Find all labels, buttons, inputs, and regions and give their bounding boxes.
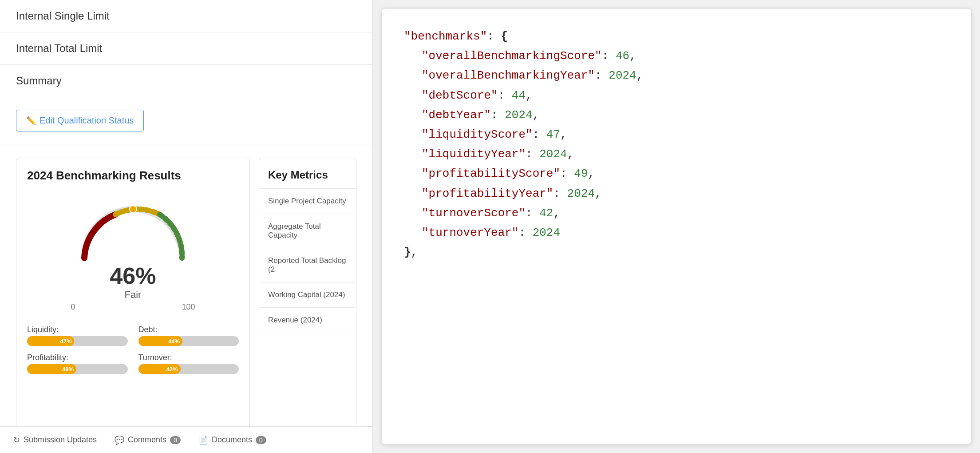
json-line-debt-score: "debtScore": 44, xyxy=(404,86,949,105)
comment-icon: 💬 xyxy=(115,435,124,445)
internal-total-limit-row: Internal Total Limit xyxy=(0,32,372,65)
json-line-liquidity-year: "liquidityYear": 2024, xyxy=(404,144,949,164)
key-metric-backlog[interactable]: Reported Total Backlog (2 xyxy=(259,248,356,282)
documents-item[interactable]: 📄 Documents 0 xyxy=(198,435,266,445)
metric-liquidity-name: Liquidity: xyxy=(27,325,128,334)
gauge-min: 0 xyxy=(71,302,75,312)
internal-total-limit-label: Internal Total Limit xyxy=(16,42,102,54)
json-key-profitability-score: "profitabilityScore" xyxy=(422,167,560,180)
metric-turnover-name: Turnover: xyxy=(138,353,239,362)
json-line-benchmarks-open: "benchmarks": { xyxy=(404,27,949,46)
gauge-max: 100 xyxy=(182,302,195,312)
key-metric-backlog-label: Reported Total Backlog (2 xyxy=(268,256,346,274)
metric-liquidity-bar: 47% xyxy=(27,336,128,346)
metric-debt-bar: 44% xyxy=(138,336,239,346)
bar-fill-profitability: 49% xyxy=(27,364,76,374)
key-metric-revenue-label: Revenue (2024) xyxy=(268,316,322,324)
json-line-profitability-score: "profitabilityScore": 49, xyxy=(404,164,949,183)
metric-turnover-bar: 42% xyxy=(138,364,239,374)
json-key-debt-score: "debtScore" xyxy=(422,89,498,102)
json-line-overall-year: "overallBenchmarkingYear": 2024, xyxy=(404,66,949,85)
json-key-debt-year: "debtYear" xyxy=(422,108,491,122)
json-key-liquidity-score: "liquidityScore" xyxy=(422,128,533,141)
json-line-turnover-score: "turnoverScore": 42, xyxy=(404,203,949,223)
json-key-turnover-score: "turnoverScore" xyxy=(422,207,526,220)
key-metric-single-project[interactable]: Single Project Capacity xyxy=(259,189,356,214)
bar-fill-liquidity: 47% xyxy=(27,336,74,346)
json-line-overall-score: "overallBenchmarkingScore": 46, xyxy=(404,46,949,66)
internal-single-limit-label: Internal Single Limit xyxy=(16,10,110,22)
edit-qualification-status-button[interactable]: ✏️ Edit Qualification Status xyxy=(16,110,144,131)
metric-profitability: Profitability: 49% xyxy=(27,353,128,374)
json-line-close: }, xyxy=(404,242,949,262)
key-metrics-title: Key Metrics xyxy=(259,169,356,189)
json-key-overall-year: "overallBenchmarkingYear" xyxy=(422,69,595,82)
benchmarking-card: 2024 Benchmarking Results 46% Fair xyxy=(16,158,250,440)
summary-row: Summary xyxy=(0,65,372,97)
svg-point-0 xyxy=(130,206,137,213)
json-line-liquidity-score: "liquidityScore": 47, xyxy=(404,125,949,144)
json-val-overall-year: 2024 xyxy=(609,69,636,82)
comments-label: Comments xyxy=(128,435,166,445)
key-metric-aggregate[interactable]: Aggregate Total Capacity xyxy=(259,214,356,248)
comments-item[interactable]: 💬 Comments 0 xyxy=(115,435,181,445)
json-line-turnover-year: "turnoverYear": 2024 xyxy=(404,223,949,242)
json-val-profitability-score: 49 xyxy=(574,167,588,180)
metric-debt-name: Debt: xyxy=(138,325,239,334)
json-key-overall-score: "overallBenchmarkingScore" xyxy=(422,49,602,63)
benchmarking-area: 2024 Benchmarking Results 46% Fair xyxy=(0,144,372,453)
metric-liquidity: Liquidity: 47% xyxy=(27,325,128,346)
edit-btn-label: Edit Qualification Status xyxy=(40,115,134,126)
document-icon: 📄 xyxy=(198,435,208,445)
key-metric-single-project-label: Single Project Capacity xyxy=(268,197,346,205)
key-metric-aggregate-label: Aggregate Total Capacity xyxy=(268,222,321,239)
key-metrics-card: Key Metrics Single Project Capacity Aggr… xyxy=(259,158,356,440)
comments-badge: 0 xyxy=(170,436,181,444)
gauge-container: 46% Fair 0 100 xyxy=(27,196,239,312)
json-val-turnover-score: 42 xyxy=(539,207,553,220)
submission-updates-label: Submission Updates xyxy=(24,435,97,445)
json-viewer-panel: "benchmarks": { "overallBenchmarkingScor… xyxy=(382,9,971,444)
json-val-debt-year: 2024 xyxy=(505,108,532,122)
benchmarking-title: 2024 Benchmarking Results xyxy=(27,169,239,183)
json-val-turnover-year: 2024 xyxy=(533,226,560,239)
gauge-grade: Fair xyxy=(125,289,142,301)
json-close-brace: } xyxy=(404,246,411,259)
json-val-liquidity-score: 47 xyxy=(546,128,560,141)
json-line-debt-year: "debtYear": 2024, xyxy=(404,105,949,125)
edit-section: ✏️ Edit Qualification Status xyxy=(0,97,372,144)
gauge-svg xyxy=(71,196,195,267)
pencil-icon: ✏️ xyxy=(26,116,36,126)
json-key-turnover-year: "turnoverYear" xyxy=(422,226,518,239)
metric-profitability-bar: 49% xyxy=(27,364,128,374)
metric-turnover: Turnover: 42% xyxy=(138,353,239,374)
bar-fill-turnover: 42% xyxy=(138,364,181,374)
metric-profitability-name: Profitability: xyxy=(27,353,128,362)
info-rows: Internal Single Limit Internal Total Lim… xyxy=(0,0,372,97)
key-metric-working-capital-label: Working Capital (2024) xyxy=(268,290,345,299)
bottom-bar: ↻ Submission Updates 💬 Comments 0 📄 Docu… xyxy=(0,426,372,453)
json-val-debt-score: 44 xyxy=(512,89,526,102)
gauge-score: 46% xyxy=(110,262,156,289)
bar-value-debt: 44% xyxy=(168,338,180,345)
json-key-benchmarks: "benchmarks" xyxy=(404,30,487,43)
json-val-profitability-year: 2024 xyxy=(567,187,595,200)
json-val-liquidity-year: 2024 xyxy=(539,147,567,161)
internal-single-limit-row: Internal Single Limit xyxy=(0,0,372,32)
metrics-grid: Liquidity: 47% Debt: 44% xyxy=(27,325,239,374)
documents-badge: 0 xyxy=(256,436,266,444)
refresh-icon: ↻ xyxy=(13,435,20,445)
gauge-range: 0 100 xyxy=(71,302,195,312)
bar-value-profitability: 49% xyxy=(62,366,74,373)
json-line-profitability-year: "profitabilityYear": 2024, xyxy=(404,184,949,203)
bar-value-liquidity: 47% xyxy=(60,338,71,345)
bar-fill-debt: 44% xyxy=(138,336,183,346)
key-metric-working-capital[interactable]: Working Capital (2024) xyxy=(259,282,356,308)
json-key-liquidity-year: "liquidityYear" xyxy=(422,147,526,161)
bar-value-turnover: 42% xyxy=(166,366,178,373)
summary-label: Summary xyxy=(16,75,62,87)
json-key-profitability-year: "profitabilityYear" xyxy=(422,187,553,200)
submission-updates-item[interactable]: ↻ Submission Updates xyxy=(13,435,97,445)
json-val-overall-score: 46 xyxy=(616,49,629,63)
key-metric-revenue[interactable]: Revenue (2024) xyxy=(259,308,356,333)
